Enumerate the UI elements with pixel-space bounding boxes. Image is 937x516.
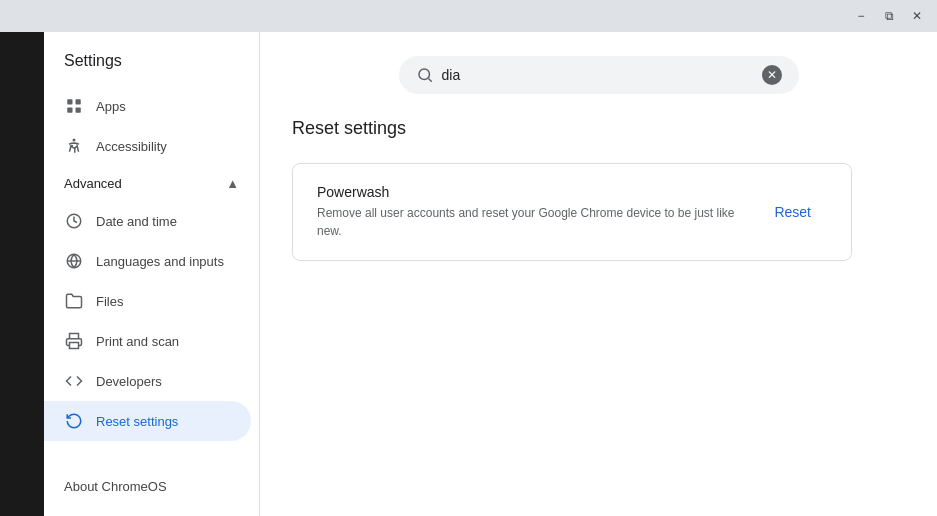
powerwash-title: Powerwash	[317, 184, 742, 200]
svg-point-4	[73, 139, 76, 142]
sidebar-item-developers[interactable]: Developers	[44, 361, 251, 401]
search-clear-button[interactable]: ✕	[762, 65, 782, 85]
sidebar-item-languages[interactable]: Languages and inputs	[44, 241, 251, 281]
sidebar-item-print-scan[interactable]: Print and scan	[44, 321, 251, 361]
date-time-label: Date and time	[96, 214, 177, 229]
settings-title: Settings	[44, 44, 259, 86]
accessibility-icon	[64, 136, 84, 156]
powerwash-card: Powerwash Remove all user accounts and r…	[292, 163, 852, 261]
advanced-section-header[interactable]: Advanced ▲	[44, 166, 259, 201]
svg-rect-8	[70, 343, 79, 349]
printer-icon	[64, 331, 84, 351]
svg-rect-1	[76, 99, 81, 104]
svg-point-9	[419, 69, 430, 80]
svg-rect-3	[76, 108, 81, 113]
minimize-button[interactable]: −	[849, 4, 873, 28]
close-button[interactable]: ✕	[905, 4, 929, 28]
search-bar: ✕	[399, 56, 799, 94]
search-input[interactable]	[442, 67, 754, 83]
powerwash-description: Remove all user accounts and reset your …	[317, 204, 742, 240]
app-window: Settings Apps Accessibility	[0, 32, 937, 516]
page-title: Reset settings	[292, 118, 905, 139]
apps-label: Apps	[96, 99, 126, 114]
reset-icon	[64, 411, 84, 431]
languages-label: Languages and inputs	[96, 254, 224, 269]
left-strip	[0, 32, 44, 516]
grid-icon	[64, 96, 84, 116]
developers-label: Developers	[96, 374, 162, 389]
svg-rect-2	[67, 108, 72, 113]
sidebar-item-files[interactable]: Files	[44, 281, 251, 321]
sidebar-item-apps[interactable]: Apps	[44, 86, 251, 126]
clock-icon	[64, 211, 84, 231]
svg-line-10	[428, 78, 431, 81]
chevron-up-icon: ▲	[226, 176, 239, 191]
search-bar-container: ✕	[292, 56, 905, 94]
svg-rect-0	[67, 99, 72, 104]
main-content: ✕ Reset settings Powerwash Remove all us…	[260, 32, 937, 516]
sidebar: Settings Apps Accessibility	[44, 32, 260, 516]
reset-settings-label: Reset settings	[96, 414, 178, 429]
sidebar-item-date-time[interactable]: Date and time	[44, 201, 251, 241]
maximize-button[interactable]: ⧉	[877, 4, 901, 28]
globe-icon	[64, 251, 84, 271]
sidebar-item-reset-settings[interactable]: Reset settings	[44, 401, 251, 441]
folder-icon	[64, 291, 84, 311]
search-icon	[416, 66, 434, 84]
files-label: Files	[96, 294, 123, 309]
sidebar-item-about[interactable]: About ChromeOS	[44, 469, 259, 504]
advanced-label: Advanced	[64, 176, 122, 191]
powerwash-info: Powerwash Remove all user accounts and r…	[317, 184, 742, 240]
powerwash-reset-button[interactable]: Reset	[758, 196, 827, 228]
sidebar-item-accessibility[interactable]: Accessibility	[44, 126, 251, 166]
code-icon	[64, 371, 84, 391]
accessibility-label: Accessibility	[96, 139, 167, 154]
print-scan-label: Print and scan	[96, 334, 179, 349]
title-bar: − ⧉ ✕	[0, 0, 937, 32]
